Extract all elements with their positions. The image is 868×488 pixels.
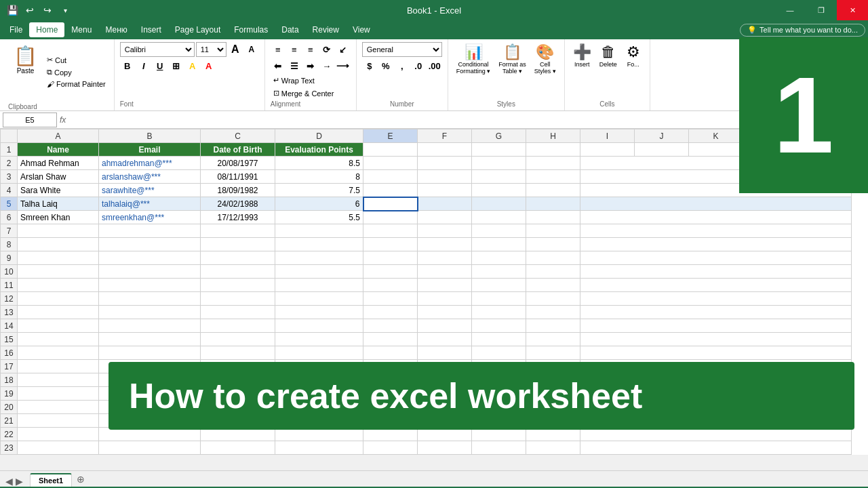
cell-a2[interactable]: Ahmad Rehman xyxy=(18,157,99,170)
quick-access-dropdown[interactable]: ▾ xyxy=(58,3,72,17)
indent-decrease-btn[interactable]: ↙ xyxy=(336,42,351,57)
cell-c1[interactable]: Date of Birth xyxy=(201,143,275,157)
cell-b5[interactable]: talhalaiq@*** xyxy=(99,197,201,211)
menu-menu[interactable]: Menu xyxy=(64,22,98,37)
menu-data[interactable]: Data xyxy=(275,22,305,37)
row-num-16[interactable]: 16 xyxy=(1,346,18,360)
cell-d3[interactable]: 8 xyxy=(275,170,363,184)
cell-b2[interactable]: ahmadrehman@*** xyxy=(99,157,201,170)
cell-k1[interactable] xyxy=(689,143,743,157)
cell-a1[interactable]: Name xyxy=(18,143,99,157)
cell-i1[interactable] xyxy=(580,143,635,157)
col-header-k[interactable]: K xyxy=(689,129,743,143)
cell-g4[interactable] xyxy=(472,184,526,197)
cell-j1[interactable] xyxy=(635,143,689,157)
cell-f5[interactable] xyxy=(418,197,472,211)
cell-b4[interactable]: sarawhite@*** xyxy=(99,184,201,197)
cell-a3[interactable]: Arslan Shaw xyxy=(18,170,99,184)
cell-h3[interactable] xyxy=(526,170,580,184)
cell-g2[interactable] xyxy=(472,157,526,170)
cell-b6[interactable]: smreenkhan@*** xyxy=(99,211,201,224)
cell-h2[interactable] xyxy=(526,157,580,170)
align-right-btn[interactable]: ➡ xyxy=(303,58,318,73)
col-header-i[interactable]: I xyxy=(580,129,635,143)
menu-file[interactable]: File xyxy=(3,22,29,37)
cell-h4[interactable] xyxy=(526,184,580,197)
row-num-11[interactable]: 11 xyxy=(1,279,18,292)
menu-review[interactable]: Review xyxy=(306,22,346,37)
row-num-17[interactable]: 17 xyxy=(1,360,18,373)
fill-color-btn[interactable]: A xyxy=(185,58,200,73)
cell-c3[interactable]: 08/11/1991 xyxy=(201,170,275,184)
row-num-2[interactable]: 2 xyxy=(1,157,18,170)
cell-e2[interactable] xyxy=(363,157,418,170)
cell-f4[interactable] xyxy=(418,184,472,197)
font-name-select[interactable]: Calibri xyxy=(120,42,195,57)
font-size-select[interactable]: 11 xyxy=(196,42,226,57)
shrink-font-btn[interactable]: A xyxy=(244,42,259,57)
row-num-1[interactable]: 1 xyxy=(1,143,18,157)
add-sheet-button[interactable]: ⊕ xyxy=(73,473,88,485)
cell-g3[interactable] xyxy=(472,170,526,184)
indent-more-btn[interactable]: ⟶ xyxy=(336,58,351,73)
cell-f1[interactable] xyxy=(418,143,472,157)
cell-rest-5[interactable] xyxy=(580,197,852,211)
cell-g1[interactable] xyxy=(472,143,526,157)
row-num-10[interactable]: 10 xyxy=(1,265,18,279)
cut-button[interactable]: ✂ Cut xyxy=(44,54,108,66)
percent-btn[interactable]: % xyxy=(378,58,393,73)
cell-a5[interactable]: Talha Laiq xyxy=(18,197,99,211)
row-num-14[interactable]: 14 xyxy=(1,319,18,333)
cell-f2[interactable] xyxy=(418,157,472,170)
restore-btn[interactable]: ❐ xyxy=(806,0,837,20)
scroll-sheets-right[interactable]: ▶ xyxy=(16,476,23,487)
align-top-center-btn[interactable]: ≡ xyxy=(287,42,302,57)
cell-f3[interactable] xyxy=(418,170,472,184)
row-num-15[interactable]: 15 xyxy=(1,333,18,346)
col-header-g[interactable]: G xyxy=(472,129,526,143)
cell-e5-selected[interactable] xyxy=(363,197,418,211)
row-num-12[interactable]: 12 xyxy=(1,292,18,306)
col-header-c[interactable]: C xyxy=(201,129,275,143)
cell-b3[interactable]: arslanshaw@*** xyxy=(99,170,201,184)
comma-btn[interactable]: , xyxy=(395,58,410,73)
menu-home[interactable]: Home xyxy=(29,22,64,37)
font-color-btn[interactable]: A xyxy=(201,58,216,73)
format-cells-btn[interactable]: ⚙ Fo... xyxy=(623,42,644,69)
row-num-18[interactable]: 18 xyxy=(1,373,18,387)
undo-btn[interactable]: ↩ xyxy=(23,3,37,17)
col-header-h[interactable]: H xyxy=(526,129,580,143)
italic-btn[interactable]: I xyxy=(136,58,151,73)
align-top-right-btn[interactable]: ≡ xyxy=(303,42,318,57)
menu-formulas[interactable]: Formulas xyxy=(227,22,275,37)
cell-d2[interactable]: 8.5 xyxy=(275,157,363,170)
row-num-22[interactable]: 22 xyxy=(1,428,18,441)
merge-center-btn[interactable]: ⊡ Merge & Center xyxy=(271,87,351,99)
menu-meny[interactable]: Меню xyxy=(98,22,134,37)
orientation-btn[interactable]: ⟳ xyxy=(319,42,334,57)
row-num-13[interactable]: 13 xyxy=(1,306,18,319)
row-num-8[interactable]: 8 xyxy=(1,238,18,251)
save-quick-btn[interactable]: 💾 xyxy=(5,3,19,17)
cell-d1[interactable]: Evaluation Points xyxy=(275,143,363,157)
col-header-f[interactable]: F xyxy=(418,129,472,143)
row-num-9[interactable]: 9 xyxy=(1,251,18,265)
wrap-text-btn[interactable]: ↵ Wrap Text xyxy=(271,75,351,86)
cell-h6[interactable] xyxy=(526,211,580,224)
row-num-4[interactable]: 4 xyxy=(1,184,18,197)
cell-g6[interactable] xyxy=(472,211,526,224)
row-num-20[interactable]: 20 xyxy=(1,401,18,414)
col-header-e[interactable]: E xyxy=(363,129,418,143)
cell-rest-6[interactable] xyxy=(580,211,852,224)
row-num-23[interactable]: 23 xyxy=(1,441,18,455)
insert-cells-btn[interactable]: ➕ Insert xyxy=(570,42,594,69)
cell-h5[interactable] xyxy=(526,197,580,211)
border-btn[interactable]: ⊞ xyxy=(169,58,184,73)
tell-me-bar[interactable]: 💡 Tell me what you want to do... xyxy=(740,24,865,37)
row-num-6[interactable]: 6 xyxy=(1,211,18,224)
row-num-5[interactable]: 5 xyxy=(1,197,18,211)
cell-g5[interactable] xyxy=(472,197,526,211)
menu-insert[interactable]: Insert xyxy=(134,22,168,37)
redo-btn[interactable]: ↪ xyxy=(41,3,54,17)
currency-btn[interactable]: $ xyxy=(362,58,377,73)
